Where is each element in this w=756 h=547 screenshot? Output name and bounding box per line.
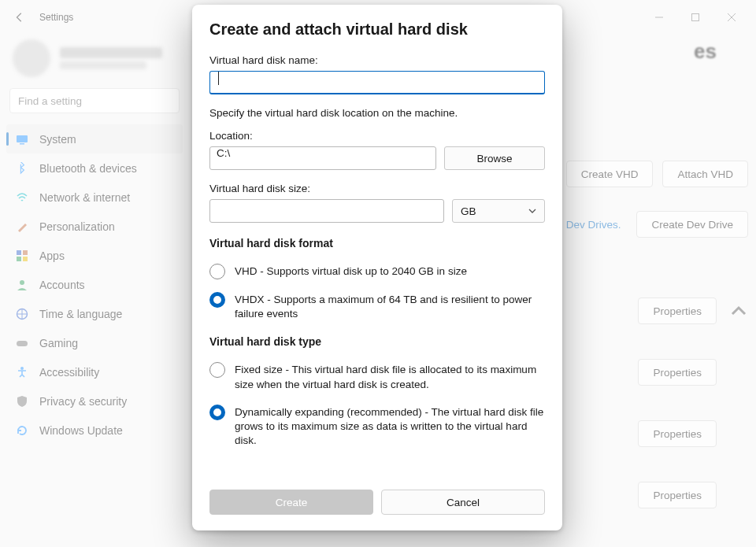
gamepad-icon	[16, 337, 28, 349]
close-button[interactable]	[713, 5, 750, 30]
svg-rect-7	[23, 250, 28, 255]
svg-rect-6	[17, 250, 21, 255]
sidebar-item-label: Network & internet	[39, 191, 130, 204]
search-input[interactable]: Find a setting	[9, 88, 180, 113]
format-section-title: Virtual hard disk format	[209, 237, 545, 249]
close-icon	[728, 13, 736, 21]
format-option-vhd[interactable]: VHD - Supports virtual disk up to 2040 G…	[209, 264, 545, 279]
chevron-down-icon	[528, 207, 536, 215]
maximize-button[interactable]	[677, 5, 713, 30]
update-icon	[16, 424, 28, 437]
type-option-label: Fixed size - This virtual hard disk file…	[235, 362, 545, 391]
browse-button[interactable]: Browse	[444, 146, 545, 170]
sidebar-item-accessibility[interactable]: Accessibility	[6, 357, 183, 386]
sidebar-item-bluetooth[interactable]: Bluetooth & devices	[6, 153, 183, 183]
sidebar-item-label: Bluetooth & devices	[39, 162, 137, 175]
properties-button[interactable]: Properties	[638, 482, 717, 508]
sidebar-item-network[interactable]: Network & internet	[6, 183, 183, 212]
svg-rect-1	[692, 14, 699, 21]
vhd-name-label: Virtual hard disk name:	[209, 54, 545, 66]
size-unit-select[interactable]: GB	[452, 199, 545, 223]
sidebar-item-label: Windows Update	[39, 424, 123, 437]
apps-icon	[16, 249, 28, 262]
profile-email	[60, 61, 146, 69]
accessibility-icon	[16, 366, 28, 379]
wifi-icon	[16, 191, 28, 204]
svg-rect-5	[20, 143, 24, 145]
sidebar-item-apps[interactable]: Apps	[6, 241, 183, 270]
format-option-vhdx[interactable]: VHDX - Supports a maximum of 64 TB and i…	[209, 292, 545, 321]
back-button[interactable]	[6, 4, 33, 31]
attach-vhd-button[interactable]: Attach VHD	[662, 161, 748, 187]
size-input[interactable]	[209, 199, 444, 223]
arrow-left-icon	[14, 12, 25, 23]
sidebar-item-privacy[interactable]: Privacy & security	[6, 386, 183, 416]
sidebar-item-label: Accessibility	[39, 366, 99, 379]
search-placeholder: Find a setting	[18, 95, 82, 107]
sidebar-item-accounts[interactable]: Accounts	[6, 270, 183, 299]
sidebar-item-label: Time & language	[39, 308, 122, 320]
svg-rect-12	[17, 341, 28, 346]
sidebar-item-label: Privacy & security	[39, 395, 127, 408]
dev-drives-link[interactable]: Dev Drives.	[566, 219, 621, 231]
sidebar-item-update[interactable]: Windows Update	[6, 416, 183, 445]
location-label: Location:	[209, 130, 545, 142]
format-option-label: VHDX - Supports a maximum of 64 TB and i…	[235, 292, 545, 321]
size-label: Virtual hard disk size:	[209, 183, 545, 194]
create-button[interactable]: Create	[209, 490, 373, 515]
sidebar-item-label: Gaming	[39, 337, 78, 349]
avatar	[13, 39, 50, 77]
svg-rect-8	[17, 257, 21, 261]
display-icon	[16, 133, 28, 146]
sidebar-item-personalization[interactable]: Personalization	[6, 212, 183, 241]
properties-button[interactable]: Properties	[638, 420, 717, 447]
person-icon	[16, 279, 28, 291]
minimize-button[interactable]	[641, 5, 677, 30]
sidebar-item-gaming[interactable]: Gaming	[6, 328, 183, 357]
radio-icon	[209, 362, 225, 378]
type-option-dynamic[interactable]: Dynamically expanding (recommended) - Th…	[209, 405, 545, 449]
bluetooth-icon	[16, 162, 28, 175]
chevron-up-icon[interactable]	[729, 301, 748, 320]
sidebar-item-system[interactable]: System	[6, 124, 183, 153]
cancel-button[interactable]: Cancel	[381, 490, 545, 515]
radio-icon	[209, 264, 225, 279]
profile-name	[60, 47, 162, 58]
shield-icon	[16, 395, 28, 408]
create-vhd-dialog: Create and attach virtual hard disk Virt…	[192, 5, 562, 530]
side-panel: Find a setting System Bluetooth & device…	[0, 35, 189, 445]
vhd-name-input[interactable]	[209, 71, 545, 94]
dialog-title: Create and attach virtual hard disk	[209, 20, 545, 39]
type-section-title: Virtual hard disk type	[209, 335, 545, 348]
svg-rect-4	[17, 135, 28, 142]
type-option-label: Dynamically expanding (recommended) - Th…	[235, 405, 545, 449]
format-option-label: VHD - Supports virtual disk up to 2040 G…	[235, 264, 467, 279]
radio-icon	[209, 292, 225, 308]
location-description: Specify the virtual hard disk location o…	[209, 107, 545, 119]
type-option-fixed[interactable]: Fixed size - This virtual hard disk file…	[209, 362, 545, 391]
sidebar-item-label: Apps	[39, 249, 65, 262]
minimize-icon	[655, 13, 663, 21]
svg-point-10	[20, 280, 24, 285]
properties-button[interactable]: Properties	[638, 359, 717, 386]
properties-button[interactable]: Properties	[638, 298, 717, 324]
sidebar-item-label: Personalization	[39, 220, 115, 233]
paintbrush-icon	[16, 220, 28, 233]
sidebar-item-label: System	[39, 133, 76, 146]
svg-rect-9	[23, 257, 28, 261]
globe-icon	[16, 308, 28, 320]
create-vhd-button[interactable]: Create VHD	[566, 161, 654, 187]
create-dev-drive-button[interactable]: Create Dev Drive	[636, 211, 748, 238]
sidebar-item-time[interactable]: Time & language	[6, 299, 183, 328]
radio-icon	[209, 405, 225, 420]
svg-point-13	[20, 367, 24, 370]
dialog-footer: Create Cancel	[192, 479, 562, 530]
app-title: Settings	[39, 12, 73, 23]
nav-list: System Bluetooth & devices Network & int…	[6, 124, 183, 445]
maximize-icon	[691, 13, 699, 21]
size-unit-value: GB	[461, 205, 476, 217]
sidebar-item-label: Accounts	[39, 279, 85, 291]
location-input[interactable]: C:\	[209, 146, 436, 170]
profile-block[interactable]	[6, 35, 183, 88]
